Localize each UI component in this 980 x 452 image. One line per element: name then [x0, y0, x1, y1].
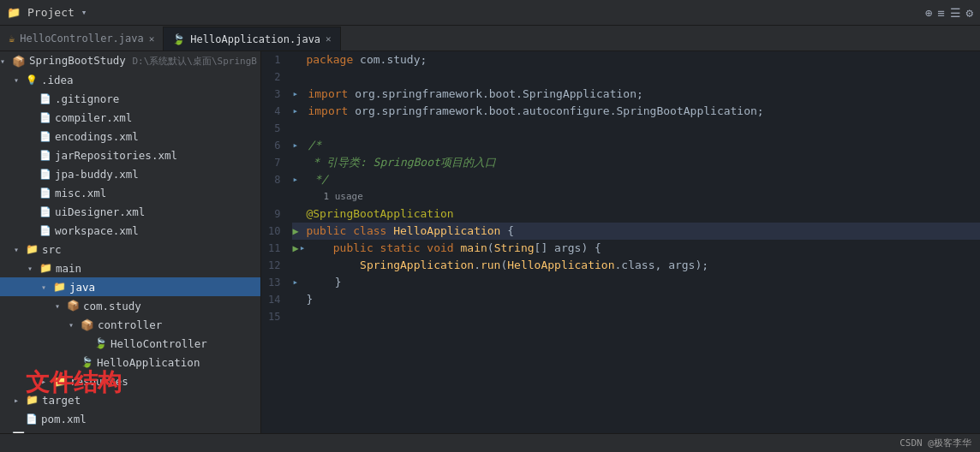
gutter-13[interactable]: ▸ [292, 274, 306, 291]
code-line-10: ▶ public class HelloApplication { [292, 223, 980, 240]
icon-gitignore: 📄 [39, 93, 51, 104]
sidebar-item-encodings[interactable]: 📄 encodings.xml [0, 127, 260, 146]
sidebar-item-compiler[interactable]: 📄 compiler.xml [0, 108, 260, 127]
code-area[interactable]: package com.study; ▸ import org.springfr… [289, 51, 980, 433]
icon-jpabuddy: 📄 [39, 169, 51, 180]
toolbar-project-label: Project [27, 6, 75, 19]
sidebar-label-comstudy: com.study [83, 300, 141, 312]
gutter-8[interactable]: ▸ [292, 171, 306, 188]
gutter-6[interactable]: ▸ [292, 137, 306, 154]
sidebar-item-jpabuddy[interactable]: 📄 jpa-buddy.xml [0, 164, 260, 183]
gutter-3[interactable]: ▸ [292, 86, 306, 103]
sidebar-item-resources[interactable]: 📁 resources [0, 372, 260, 390]
sidebar-label-uidesigner: uiDesigner.xml [55, 205, 145, 218]
code-line-14: } [292, 291, 980, 308]
sidebar-item-misc[interactable]: 📄 misc.xml [0, 183, 260, 202]
tab-hello-controller[interactable]: ☕ HelloController.java ✕ [0, 27, 164, 51]
sidebar-label-main: main [56, 262, 81, 275]
code-line-1: package com.study; [292, 51, 980, 68]
sidebar-label-src: src [42, 243, 62, 256]
sidebar-label-hellocontroller: HelloController [111, 337, 207, 350]
arrow-idea [14, 75, 26, 85]
code-line-6: ▸ /* [292, 137, 980, 154]
icon-comstudy: 📦 [67, 300, 80, 312]
sidebar-item-idea[interactable]: 💡 .idea [0, 70, 260, 89]
tab-close-controller[interactable]: ✕ [149, 33, 155, 45]
icon-compiler: 📄 [39, 112, 51, 123]
sidebar-label-helloapplication: HelloApplication [97, 356, 200, 369]
code-line-9: @SpringBootApplication [292, 205, 980, 223]
arrow-controller [69, 320, 81, 330]
arrow-comstudy [55, 301, 67, 311]
code-line-7: * 引导类: SpringBoot项目的入口 [292, 154, 980, 171]
icon-controller: 📦 [81, 318, 94, 331]
arrow-src [14, 245, 26, 254]
sidebar-item-extlib[interactable]: 📊 External Libraries [0, 428, 260, 433]
sidebar-label-idea: .idea [41, 74, 74, 86]
sidebar-item-uidesigner[interactable]: 📄 uiDesigner.xml [0, 202, 260, 221]
sidebar-label-workspace: workspace.xml [55, 224, 139, 237]
code-line-usage: 1 usage [292, 188, 980, 205]
sidebar-item-root[interactable]: 📦 SpringBootStudy D:\系统默认\桌面\SpringB [0, 51, 260, 70]
sidebar-item-jarrepo[interactable]: 📄 jarRepositories.xml [0, 146, 260, 164]
tab-close-application[interactable]: ✕ [326, 33, 332, 45]
icon-misc: 📄 [39, 187, 51, 199]
toolbar-icon-list1[interactable]: ≡ [937, 6, 944, 20]
sidebar-item-workspace[interactable]: 📄 workspace.xml [0, 221, 260, 240]
code-line-5 [292, 120, 980, 137]
sidebar-item-hellocontroller[interactable]: 🍃 HelloController [0, 334, 260, 353]
icon-pomxml: 📄 [26, 413, 38, 425]
sidebar-item-main[interactable]: 📁 main [0, 259, 260, 277]
sidebar-item-src[interactable]: 📁 src [0, 240, 260, 259]
editor: 1 2 3 4 5 6 7 8 9 10 11 12 13 14 15 pack… [261, 51, 980, 433]
gutter-11[interactable]: ▶▸ [292, 240, 306, 257]
tab-label-controller: HelloController.java [20, 33, 144, 45]
arrow-resources [41, 377, 53, 386]
icon-workspace: 📄 [39, 225, 51, 236]
sidebar-label-compiler: compiler.xml [55, 111, 132, 124]
toolbar-icons: ⊕ ≡ ☰ ⚙ [925, 6, 973, 20]
sidebar-item-comstudy[interactable]: 📦 com.study [0, 296, 260, 315]
tab-hello-application[interactable]: 🍃 HelloApplication.java ✕ [164, 27, 340, 51]
toolbar-icon-list2[interactable]: ☰ [950, 6, 961, 20]
icon-extlib: 📊 [12, 431, 25, 433]
code-line-8: ▸ */ [292, 171, 980, 188]
arrow-main [27, 264, 39, 273]
icon-resources: 📁 [53, 375, 67, 388]
sidebar-item-target[interactable]: 📁 target [0, 390, 260, 409]
icon-project: 📦 [12, 55, 26, 68]
toolbar-dropdown-icon[interactable]: ▾ [81, 7, 87, 18]
arrow-java [41, 282, 53, 292]
sidebar-label-extlib: External Libraries [28, 431, 144, 434]
sidebar-label-resources: resources [70, 375, 128, 388]
icon-target: 📁 [26, 394, 39, 406]
icon-encodings: 📄 [39, 131, 51, 142]
toolbar: 📁 Project ▾ ⊕ ≡ ☰ ⚙ [0, 0, 980, 26]
icon-hellocontroller: 🍃 [94, 337, 107, 349]
sidebar-item-pomxml[interactable]: 📄 pom.xml [0, 409, 260, 428]
sidebar-label-java: java [69, 281, 95, 294]
gutter-10[interactable]: ▶ [292, 223, 306, 240]
sidebar-item-gitignore[interactable]: 📄 .gitignore [0, 89, 260, 108]
toolbar-icon-add[interactable]: ⊕ [925, 6, 932, 20]
sidebar-item-helloapplication[interactable]: 🍃 HelloApplication [0, 353, 260, 372]
icon-uidesigner: 📄 [39, 206, 51, 217]
sidebar-label-target: target [42, 394, 81, 407]
gutter-4[interactable]: ▸ [292, 103, 306, 120]
icon-helloapplication: 🍃 [81, 356, 93, 368]
sidebar-item-controller[interactable]: 📦 controller [0, 315, 260, 334]
code-line-12: SpringApplication.run(HelloApplication.c… [292, 257, 980, 274]
icon-idea: 💡 [26, 74, 38, 86]
sidebar-label-jarrepo: jarRepositories.xml [55, 149, 177, 162]
sidebar-label-pomxml: pom.xml [41, 413, 87, 425]
arrow-target [14, 396, 26, 405]
arrow-root [0, 56, 12, 66]
toolbar-icon-gear[interactable]: ⚙ [966, 6, 973, 20]
bottombar: CSDN @极客李华 [0, 433, 980, 452]
sidebar-item-java[interactable]: 📁 java [0, 277, 260, 296]
code-line-3: ▸ import org.springframework.boot.Spring… [292, 86, 980, 103]
code-line-11: ▶▸ public static void main(String[] args… [292, 240, 980, 257]
sidebar-label-gitignore: .gitignore [55, 92, 119, 105]
icon-src: 📁 [26, 243, 39, 255]
tab-label-application: HelloApplication.java [190, 33, 320, 45]
